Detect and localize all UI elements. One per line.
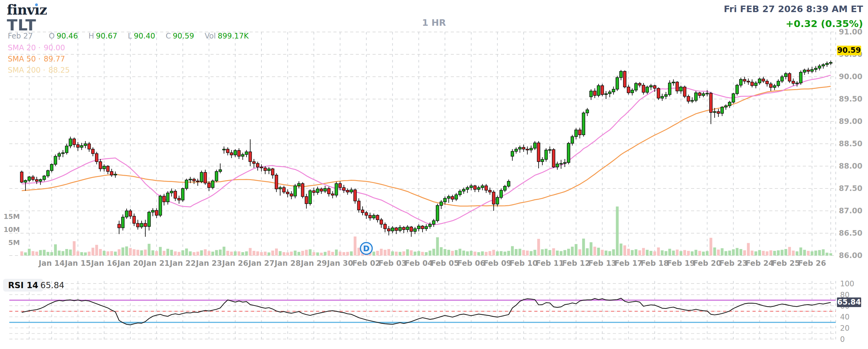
volume-bar [84,252,87,256]
volume-bar [335,250,338,256]
dividend-marker[interactable]: D [361,243,372,254]
svg-text:Feb 05: Feb 05 [431,259,459,268]
candle-body [58,154,61,157]
volume-bar [784,249,787,256]
ohlc-pair-label: O [49,32,55,40]
candle-body [140,223,143,227]
sma-legend-row[interactable]: SMA 50 ·89.77 [8,55,65,63]
volume-bar [451,251,454,256]
candle-body [698,93,701,96]
candle-body [687,96,690,101]
candle-body [586,110,589,113]
volume-bar [249,248,251,256]
volume-bar [691,252,693,256]
volume-bar [811,252,813,256]
candle-body [159,196,162,215]
volume-bar [61,251,64,256]
sma-legend-row[interactable]: SMA 200 ·88.25 [8,66,70,74]
svg-text:Feb 23: Feb 23 [719,259,748,268]
finviz-chart-page: 91.0090.5090.0089.5089.0088.5088.0087.50… [0,0,868,349]
candle-body [88,144,91,149]
volume-bar [342,252,345,256]
volume-bar [185,248,188,256]
volume-bar [477,252,480,256]
volume-bar [473,252,476,256]
candle-body [781,77,783,81]
candle-body [395,228,398,231]
volume-bar [545,249,548,256]
volume-bar [81,252,83,256]
candle-body [264,168,267,171]
candle-body [653,86,656,89]
candle-body [43,176,45,180]
volume-bar [346,252,349,256]
svg-text:Jan 30: Jan 30 [327,259,353,268]
svg-text:Feb 12: Feb 12 [562,259,590,268]
candle-body [73,139,75,145]
svg-text:Feb 02: Feb 02 [352,259,381,268]
volume-bar [376,251,379,256]
candle-body [196,181,199,182]
candle-body [683,87,686,96]
svg-text:100: 100 [840,280,854,288]
candle-body [357,201,360,210]
candle-body [166,193,169,202]
candle-body [152,211,154,212]
candle-body [455,195,458,199]
candle-body [192,179,195,181]
candle-body [526,149,529,150]
candle-body [669,83,671,94]
candle-body [436,205,439,221]
candle-body [84,144,87,146]
volume-bar [421,252,424,256]
candle-body [110,171,113,175]
volume-bar [533,250,536,256]
volume-bar [694,250,697,256]
volume-bar [754,252,757,256]
volume-bar [432,249,435,256]
candle-body [313,191,315,192]
candle-body [792,81,795,83]
candle-body [215,171,218,181]
candle-body [256,163,259,167]
volume-bar [582,239,585,256]
volume-bar [140,250,143,256]
volume-bar [294,251,297,256]
volume-bar [118,249,120,256]
volume-bar [571,247,574,256]
volume-bar [818,250,821,256]
volume-bar [32,251,34,256]
volume-bar [264,252,267,256]
rsi-indicator-chip[interactable]: RSI 14 [3,279,43,291]
finviz-logo[interactable]: finvız [7,2,47,18]
volume-bar [728,251,731,256]
candle-body [473,186,476,189]
sma-legend-row[interactable]: SMA 20 ·90.00 [8,43,65,52]
candle-body [522,148,525,149]
candle-body [657,88,660,98]
volume-bar [814,251,817,256]
candle-body [238,151,240,157]
candle-body [646,87,649,92]
volume-bar [657,248,660,256]
volume-bar [792,251,795,256]
candle-body [32,177,34,180]
candle-body [769,84,772,88]
candle-body [170,191,173,193]
price-chart-canvas[interactable]: 91.0090.5090.0089.5089.0088.5088.0087.50… [0,0,868,349]
volume-bar [43,250,45,256]
sma-legend-name: SMA 50 · [8,55,41,63]
svg-text:Feb 19: Feb 19 [667,259,695,268]
candle-body [279,188,282,189]
volume-bar [58,251,61,256]
svg-text:88.50: 88.50 [839,139,862,148]
candle-body [402,227,405,229]
svg-text:D: D [363,244,370,253]
candle-body [429,224,432,226]
volume-bar [65,249,68,256]
candle-body [241,155,244,157]
volume-bar [256,252,259,256]
candle-body [649,86,652,87]
candle-body [623,71,626,87]
svg-text:Jan 27: Jan 27 [248,259,274,268]
